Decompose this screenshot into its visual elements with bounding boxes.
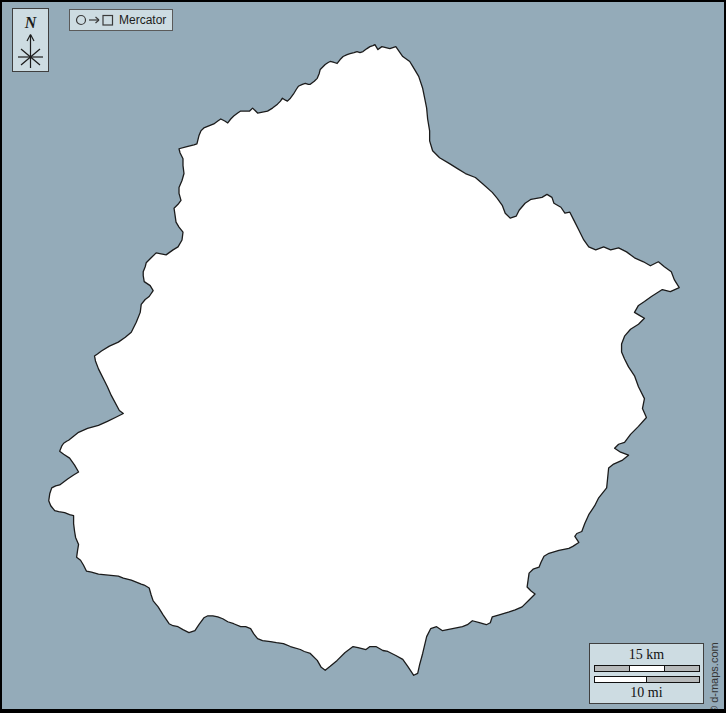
region-map [2, 2, 724, 709]
projection-badge: Mercator [69, 9, 173, 31]
scale-km-segment [595, 666, 629, 671]
scale-mi-label: 10 mi [630, 685, 662, 700]
scale-km-segment [664, 666, 699, 671]
scale-bar-panel: 15 km 10 mi [589, 643, 704, 704]
compass-rose-icon [14, 32, 47, 70]
projection-label: Mercator [119, 14, 166, 26]
scale-mi-segment [646, 677, 699, 682]
scale-bar-mi [594, 676, 700, 683]
region-outline [49, 45, 680, 676]
compass-north-label: N [25, 15, 37, 31]
compass-rose: N [12, 8, 49, 72]
scale-bar-km [594, 665, 700, 672]
scale-km-segment [629, 666, 664, 671]
projection-transform-icon [75, 14, 115, 26]
scale-mi-segment [595, 677, 647, 682]
map-canvas: N Mercator 15 km [0, 0, 726, 713]
watermark-credit: © d-maps.com [707, 636, 722, 713]
scale-km-label: 15 km [629, 647, 664, 662]
